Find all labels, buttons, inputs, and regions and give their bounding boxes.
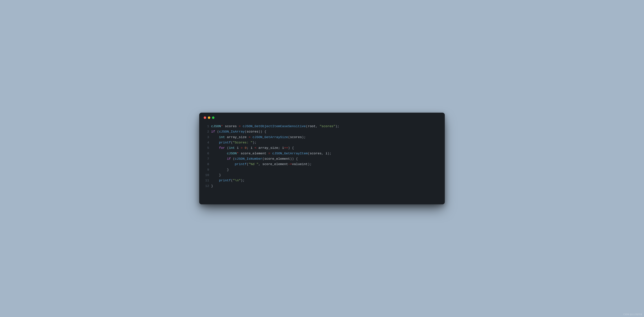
line-content[interactable]: for (int i = 0; i < array_size; i++) { <box>211 145 294 151</box>
line-content[interactable]: if (cJSON_IsNumber(score_element)) { <box>211 156 298 162</box>
token-id: array_size <box>258 146 278 150</box>
zoom-icon[interactable] <box>212 116 214 119</box>
token-op: * <box>237 152 239 155</box>
window-titlebar <box>199 113 445 121</box>
token-id <box>211 179 219 182</box>
token-id: score_element <box>241 152 266 155</box>
token-pun: , <box>316 124 318 128</box>
token-id <box>266 152 268 155</box>
token-id <box>262 130 264 134</box>
token-type: cJSON <box>211 124 221 128</box>
code-line[interactable]: 7 if (cJSON_IsNumber(score_element)) { <box>204 156 440 162</box>
line-number: 11 <box>204 178 209 183</box>
code-line[interactable]: 6 cJSON* score_element = cJSON_GetArrayI… <box>204 151 440 156</box>
token-pun: ) <box>288 146 290 150</box>
token-kw: if <box>227 157 231 161</box>
token-pun: ( <box>217 130 219 134</box>
token-id <box>211 157 227 161</box>
line-content[interactable]: } <box>211 183 213 189</box>
token-pun: ; <box>254 141 256 144</box>
token-id <box>256 146 258 150</box>
token-id: i <box>250 146 252 150</box>
line-content[interactable]: printf("\n"); <box>211 178 245 183</box>
code-area[interactable]: 1cJSON* scores = cJSON_GetObjectItemCase… <box>199 121 445 189</box>
token-id <box>270 152 272 155</box>
token-id <box>225 135 227 139</box>
token-pun: ) <box>260 130 262 134</box>
code-line[interactable]: 2if (cJSON_IsArray(scores)) { <box>204 129 440 134</box>
token-pun: ) <box>308 162 310 166</box>
token-fn: cJSON_GetObjectItemCaseSensitive <box>242 124 306 128</box>
code-line[interactable]: 9 } <box>204 167 440 173</box>
token-id <box>246 135 248 139</box>
code-line[interactable]: 12} <box>204 183 440 189</box>
token-id <box>241 124 242 128</box>
close-icon[interactable] <box>204 116 206 119</box>
token-id <box>215 130 217 134</box>
token-pun: ( <box>308 152 310 155</box>
line-content[interactable]: cJSON* scores = cJSON_GetObjectItemCaseS… <box>211 124 339 129</box>
token-id <box>239 152 240 155</box>
token-id <box>235 146 237 150</box>
line-content[interactable]: cJSON* score_element = cJSON_GetArrayIte… <box>211 151 332 156</box>
line-content[interactable]: printf("%d ", score_element->valueint); <box>211 162 312 167</box>
token-id <box>237 124 239 128</box>
code-window: 1cJSON* scores = cJSON_GetObjectItemCase… <box>199 113 445 204</box>
token-pun: ) <box>252 141 254 144</box>
token-id: score_element <box>264 157 290 161</box>
token-id <box>318 124 320 128</box>
token-pun: ( <box>288 135 290 139</box>
code-line[interactable]: 5 for (int i = 0; i < array_size; i++) { <box>204 145 440 151</box>
token-id <box>280 146 282 150</box>
token-id <box>239 146 240 150</box>
code-line[interactable]: 8 printf("%d ", score_element->valueint)… <box>204 162 440 167</box>
token-fn: printf <box>219 141 231 144</box>
token-pun: ( <box>231 179 233 182</box>
token-fn: cJSON_GetArraySize <box>252 135 288 139</box>
token-id <box>211 135 219 139</box>
line-number: 3 <box>204 135 209 140</box>
code-line[interactable]: 11 printf("\n"); <box>204 178 440 183</box>
line-content[interactable]: } <box>211 167 229 173</box>
minimize-icon[interactable] <box>208 116 210 119</box>
token-op: -> <box>288 162 292 166</box>
code-line[interactable]: 10 } <box>204 173 440 178</box>
token-op: < <box>254 146 256 150</box>
line-content[interactable]: if (cJSON_IsArray(scores)) { <box>211 129 266 134</box>
code-line[interactable]: 1cJSON* scores = cJSON_GetObjectItemCase… <box>204 124 440 129</box>
token-pun: , <box>322 152 324 155</box>
token-id <box>231 157 233 161</box>
token-str: "%d " <box>248 162 258 166</box>
line-content[interactable]: } <box>211 173 221 178</box>
token-pun: ( <box>262 157 264 161</box>
code-line[interactable]: 3 int array_size = cJSON_GetArraySize(sc… <box>204 135 440 140</box>
token-pun: ( <box>246 162 248 166</box>
token-kw: for <box>219 146 225 150</box>
token-pun: ; <box>242 179 244 182</box>
token-id: scores <box>290 135 302 139</box>
line-number: 5 <box>204 145 209 151</box>
line-content[interactable]: int array_size = cJSON_GetArraySize(scor… <box>211 135 306 140</box>
token-pun: } <box>219 173 221 177</box>
token-pun: ; <box>310 162 312 166</box>
token-id: scores <box>225 124 237 128</box>
token-fn: cJSON_IsArray <box>219 130 244 134</box>
token-fn: printf <box>219 179 231 182</box>
token-pun: ( <box>233 157 235 161</box>
token-id: i <box>282 146 284 150</box>
token-pun: ; <box>338 124 339 128</box>
line-content[interactable]: printf("Scores: "); <box>211 140 256 145</box>
token-id <box>294 157 296 161</box>
watermark-text: CSDN @大才智开发 <box>623 313 642 316</box>
token-fn: cJSON_GetArrayItem <box>272 152 308 155</box>
token-id: score_element <box>262 162 288 166</box>
code-line[interactable]: 4 printf("Scores: "); <box>204 140 440 145</box>
token-id <box>290 146 292 150</box>
token-op: * <box>221 124 223 128</box>
token-pun: ( <box>306 124 308 128</box>
token-pun: ) <box>302 135 304 139</box>
token-str: "\n" <box>233 179 241 182</box>
token-op: = <box>239 124 240 128</box>
line-number: 2 <box>204 129 209 134</box>
line-number: 6 <box>204 151 209 156</box>
